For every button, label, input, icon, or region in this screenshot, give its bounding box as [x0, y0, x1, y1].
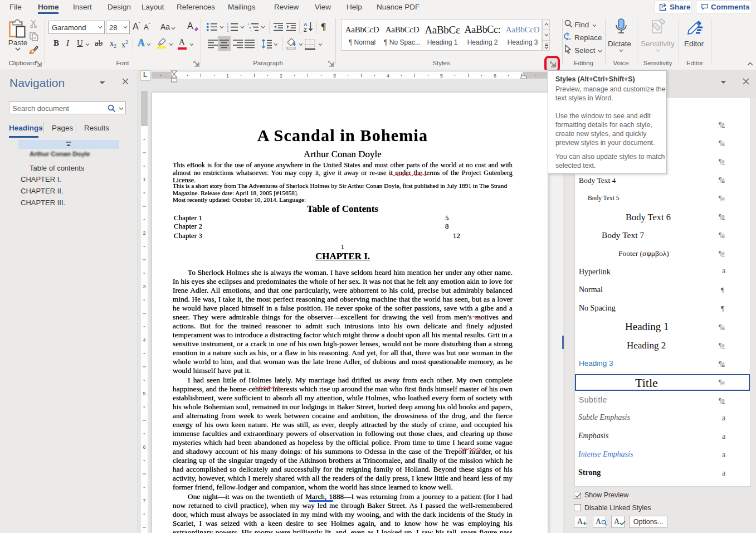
svg-text:7: 7	[143, 498, 145, 503]
svg-text:c: c	[569, 36, 571, 41]
svg-text:1: 1	[143, 177, 145, 182]
svg-text:2: 2	[280, 73, 282, 79]
svg-text:Z: Z	[304, 27, 307, 33]
svg-text:5: 5	[143, 391, 145, 396]
svg-text:5: 5	[440, 73, 443, 79]
svg-text:6: 6	[143, 444, 145, 450]
svg-text:i: i	[251, 29, 251, 32]
svg-text:3: 3	[227, 29, 229, 32]
svg-text:4: 4	[143, 337, 145, 343]
svg-text:2: 2	[143, 230, 145, 236]
svg-text:1: 1	[226, 73, 229, 79]
svg-text:4: 4	[387, 73, 389, 79]
svg-text:A: A	[304, 22, 308, 27]
svg-text:3: 3	[333, 73, 336, 79]
svg-text:6: 6	[494, 73, 496, 79]
svg-text:3: 3	[143, 284, 145, 289]
